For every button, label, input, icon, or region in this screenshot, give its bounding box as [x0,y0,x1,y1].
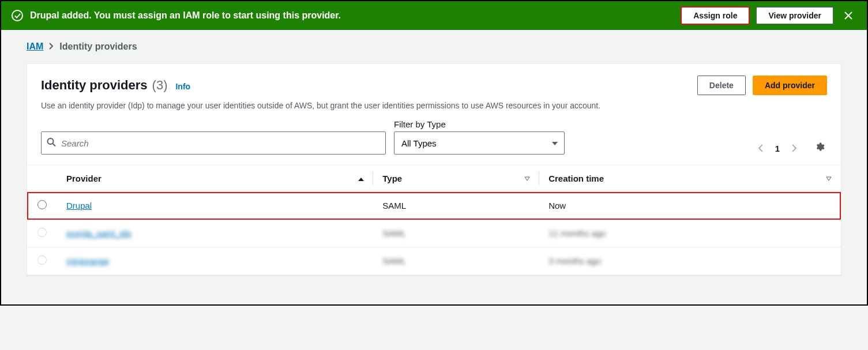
breadcrumb-root[interactable]: IAM [27,42,43,52]
table-row: joomla_saml_idp SAML 11 months ago [27,220,841,247]
info-link[interactable]: Info [175,82,190,91]
success-check-icon [12,10,23,21]
page-title: Identity providers [41,78,148,93]
add-provider-button[interactable]: Add provider [753,76,827,95]
row-creation: 11 months ago [539,220,841,247]
provider-link[interactable]: joomla_saml_idp [66,228,131,238]
breadcrumb: IAM Identity providers [1,30,867,63]
row-type: SAML [373,220,539,247]
row-type: SAML [373,192,539,220]
row-radio[interactable] [37,255,47,265]
row-radio[interactable] [37,228,47,237]
close-icon[interactable] [840,7,856,24]
col-type[interactable]: Type [373,165,539,192]
table-row: miniorange SAML 3 months ago [27,247,841,275]
banner-message: Drupal added. You must assign an IAM rol… [30,10,674,21]
sort-asc-icon [358,174,364,183]
search-icon [47,138,56,149]
delete-button[interactable]: Delete [697,76,746,95]
pagination: 1 [754,142,827,155]
view-provider-button[interactable]: View provider [756,7,833,24]
providers-table: Provider Type Creation time [27,165,841,275]
provider-link[interactable]: Drupal [66,201,92,210]
filter-type-label: Filter by Type [394,119,565,129]
gear-icon[interactable] [814,142,827,155]
provider-link[interactable]: miniorange [66,256,109,266]
success-banner: Drupal added. You must assign an IAM rol… [1,1,867,30]
page-next-button[interactable] [788,142,801,155]
row-radio[interactable] [37,200,47,209]
col-creation[interactable]: Creation time [539,165,841,192]
row-creation: 3 months ago [539,247,841,275]
panel-description: Use an identity provider (Idp) to manage… [41,101,827,110]
col-provider[interactable]: Provider [57,165,373,192]
breadcrumb-current: Identity providers [59,42,137,52]
chevron-right-icon [49,42,54,52]
svg-point-0 [48,138,54,144]
provider-count: (3) [152,78,168,93]
assign-role-button[interactable]: Assign role [681,7,749,24]
sort-none-icon [826,174,832,183]
page-prev-button[interactable] [754,142,767,155]
row-creation: Now [539,192,841,220]
table-row: Drupal SAML Now [27,192,841,220]
filter-type-select[interactable]: All Types [394,131,565,155]
sort-none-icon [524,174,530,183]
search-input[interactable] [41,131,386,155]
page-number: 1 [775,144,780,153]
row-type: SAML [373,247,539,275]
identity-providers-panel: Identity providers (3) Info Delete Add p… [27,63,841,276]
